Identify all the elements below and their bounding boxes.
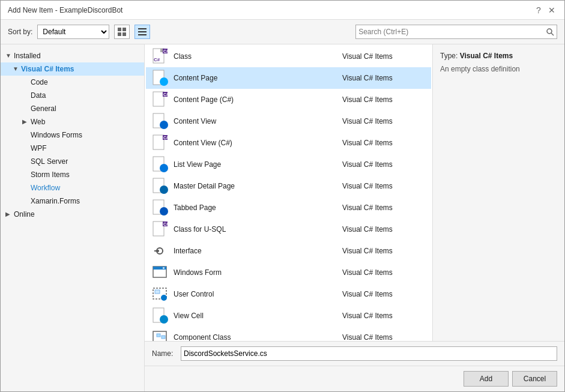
user-control-icon [152, 286, 169, 303]
list-icon [138, 28, 147, 36]
sql-server-label: SQL Server [31, 157, 68, 166]
svg-rect-30 [153, 222, 164, 236]
item-category: Visual C# Items [342, 182, 426, 190]
svg-text:C#: C# [163, 92, 169, 97]
sidebar-item-visual-cs[interactable]: ▼ Visual C# Items [1, 62, 144, 76]
sort-dropdown[interactable]: Default Name Type [37, 25, 109, 39]
item-category: Visual C# Items [342, 95, 426, 104]
spacer-icon [22, 198, 29, 205]
cancel-button[interactable]: Cancel [512, 371, 557, 387]
item-name: Windows Form [174, 268, 342, 277]
web-label: Web [31, 118, 45, 126]
sidebar-item-wpf[interactable]: WPF [1, 142, 144, 155]
svg-rect-16 [153, 92, 164, 106]
help-button[interactable]: ? [533, 5, 544, 16]
item-icon: C# [151, 133, 170, 152]
grid-icon [118, 28, 126, 36]
sidebar-item-general[interactable]: General [1, 102, 144, 115]
class-usql-icon: C# [152, 221, 169, 238]
svg-text:C#: C# [163, 222, 169, 226]
workflow-label: Workflow [31, 184, 60, 192]
type-description: An empty class definition [440, 64, 557, 74]
svg-rect-2 [118, 32, 121, 36]
item-name: Master Detail Page [174, 182, 342, 190]
add-button[interactable]: Add [464, 371, 509, 387]
item-icon [151, 263, 170, 282]
item-name: Class [174, 52, 342, 61]
svg-rect-1 [122, 28, 126, 31]
sidebar-item-code[interactable]: Code [1, 76, 144, 89]
dialog-title: Add New Item - ExampleDiscordBot [8, 6, 122, 14]
component-class-icon [152, 329, 169, 342]
item-row[interactable]: Master Detail Page Visual C# Items [146, 175, 431, 197]
svg-rect-5 [138, 31, 147, 32]
title-bar: Add New Item - ExampleDiscordBot ? ✕ [1, 1, 564, 20]
svg-rect-38 [163, 267, 165, 269]
item-row[interactable]: C# C# Class Visual C# Items [146, 46, 431, 67]
item-icon [151, 198, 170, 217]
spacer-icon [22, 158, 29, 165]
svg-rect-21 [153, 135, 164, 149]
item-name: Content View (C#) [174, 139, 342, 147]
sidebar-item-xamarin-forms[interactable]: Xamarin.Forms [1, 194, 144, 208]
name-input[interactable] [181, 346, 557, 361]
item-name: Content View [174, 117, 342, 125]
item-row[interactable]: Interface Visual C# Items [146, 240, 431, 262]
item-category: Visual C# Items [342, 290, 426, 298]
name-label: Name: [152, 349, 176, 358]
item-category: Visual C# Items [342, 312, 426, 320]
type-value: Visual C# Items [460, 52, 513, 60]
item-category: Visual C# Items [342, 117, 426, 125]
item-row[interactable]: Windows Form Visual C# Items [146, 262, 431, 283]
sidebar-item-workflow[interactable]: Workflow [1, 181, 144, 194]
item-row[interactable]: List View Page Visual C# Items [146, 154, 431, 175]
svg-point-25 [160, 164, 168, 172]
item-row[interactable]: User Control Visual C# Items [146, 283, 431, 305]
storm-items-label: Storm Items [31, 170, 70, 179]
close-button[interactable]: ✕ [546, 5, 557, 16]
sort-label: Sort by: [8, 28, 32, 36]
svg-point-35 [157, 250, 159, 252]
sidebar-item-web[interactable]: ▶ Web [1, 115, 144, 128]
title-bar-controls: ? ✕ [533, 5, 557, 16]
item-icon [151, 176, 170, 196]
windows-form-icon [152, 264, 169, 281]
content-view-cs-icon: C# [152, 134, 169, 151]
svg-rect-40 [155, 290, 160, 294]
search-input[interactable] [358, 28, 546, 36]
sidebar-item-sql-server[interactable]: SQL Server [1, 155, 144, 168]
wpf-label: WPF [31, 144, 47, 152]
sidebar-item-storm-items[interactable]: Storm Items [1, 168, 144, 181]
item-row[interactable]: C# Content Page (C#) Visual C# Items [146, 89, 431, 110]
item-row[interactable]: C# Content View (C#) Visual C# Items [146, 132, 431, 154]
visual-cs-label: Visual C# Items [21, 65, 74, 73]
grid-view-button[interactable] [114, 25, 130, 39]
xamarin-forms-label: Xamarin.Forms [31, 197, 80, 205]
item-icon: C# [151, 220, 170, 239]
item-name: Interface [174, 247, 342, 255]
sidebar-item-windows-forms[interactable]: Windows Forms [1, 128, 144, 142]
spacer-icon [22, 145, 29, 152]
item-category: Visual C# Items [342, 74, 426, 82]
item-icon [151, 328, 170, 342]
item-row[interactable]: Tabbed Page Visual C# Items [146, 197, 431, 219]
list-view-button[interactable] [134, 25, 150, 39]
item-name: Component Class [174, 333, 342, 342]
item-name: User Control [174, 290, 342, 298]
windows-forms-label: Windows Forms [31, 131, 82, 139]
item-row[interactable]: Content Page Visual C# Items [146, 67, 431, 89]
item-row[interactable]: C# Class for U-SQL Visual C# Items [146, 219, 431, 240]
item-row[interactable]: View Cell Visual C# Items [146, 305, 431, 327]
content-page-cs-icon: C# [152, 91, 169, 108]
item-row[interactable]: Component Class Visual C# Items [146, 327, 431, 341]
item-list-container[interactable]: C# C# Class Visual C# Items [145, 44, 432, 341]
svg-line-8 [551, 33, 554, 35]
item-row[interactable]: Content View Visual C# Items [146, 110, 431, 132]
svg-rect-6 [138, 34, 147, 35]
sidebar-item-installed[interactable]: ▼ Installed [1, 49, 144, 62]
search-box [355, 25, 557, 39]
master-detail-icon [152, 178, 169, 194]
item-name: Content Page [174, 74, 342, 82]
sidebar-item-data[interactable]: Data [1, 89, 144, 102]
sidebar-item-online[interactable]: ▶ Online [1, 208, 144, 221]
